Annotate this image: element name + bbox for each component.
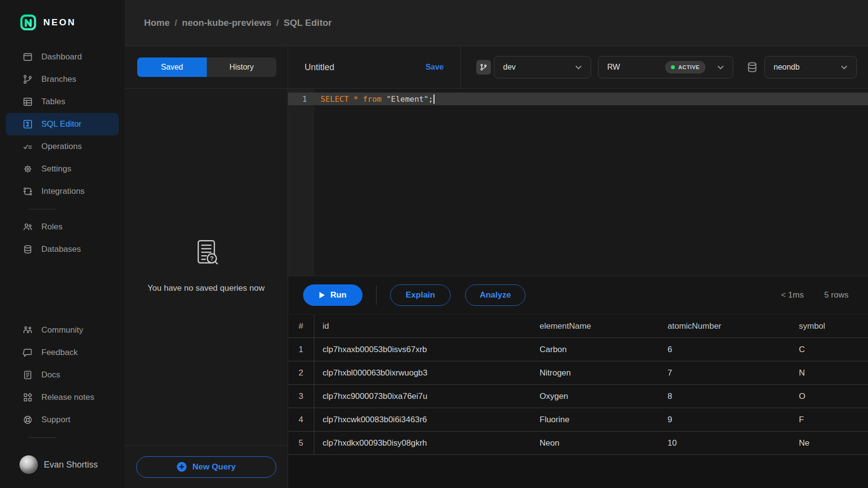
sidebar-item-roles[interactable]: Roles	[6, 216, 119, 238]
databases-icon	[22, 244, 33, 255]
explain-button[interactable]: Explain	[390, 284, 451, 306]
sidebar-item-release-notes[interactable]: Release notes	[6, 386, 119, 409]
avatar	[19, 455, 38, 474]
cell-id: clp7hxcwk00083b0i6i3463r6	[314, 408, 531, 431]
compute-select[interactable]: RW ACTIVE	[598, 56, 733, 78]
status-badge-label: ACTIVE	[678, 64, 700, 70]
sidebar-item-feedback[interactable]: Feedback	[6, 341, 119, 364]
cell-atomic-number: 7	[659, 361, 791, 384]
cell-symbol: C	[791, 338, 868, 361]
row-index: 1	[288, 338, 314, 361]
sidebar-item-label: Docs	[41, 370, 60, 380]
status-badge: ACTIVE	[665, 61, 705, 74]
user-menu[interactable]: Evan Shortiss	[0, 451, 125, 478]
sidebar-item-branches[interactable]: Branches	[6, 68, 119, 91]
empty-state-text: You have no saved queries now	[147, 283, 264, 293]
sidebar-item-label: Feedback	[41, 348, 78, 357]
app-window: NEON Dashboard Branches Tables	[0, 0, 868, 488]
table-row: 5 clp7hxdkx00093b0isy08gkrh Neon 10 Ne	[288, 432, 868, 455]
column-header: #	[288, 315, 314, 338]
sidebar-item-tables[interactable]: Tables	[6, 91, 119, 113]
branch-select-value: dev	[503, 63, 516, 72]
new-query-button[interactable]: New Query	[136, 456, 276, 478]
query-duration: < 1ms	[781, 290, 804, 300]
sidebar-item-support[interactable]: Support	[6, 409, 119, 431]
results-panel: # id elementName atomicNumber symbol 1 c…	[288, 314, 868, 488]
actions-divider	[376, 285, 377, 305]
sidebar-item-label: Support	[41, 415, 71, 425]
main-area: Home / neon-kube-previews / SQL Editor S…	[125, 0, 868, 488]
cell-id: clp7hxaxb00053b0isvs67xrb	[314, 338, 531, 361]
sidebar-item-label: Branches	[41, 75, 76, 84]
release-notes-icon	[22, 392, 33, 403]
roles-icon	[22, 222, 33, 232]
brand-wordmark: NEON	[43, 17, 76, 28]
results-header-row: # id elementName atomicNumber symbol	[288, 315, 868, 338]
query-meta: < 1ms 5 rows	[781, 290, 849, 300]
editor-toolbar: Untitled Save dev	[288, 46, 868, 89]
neon-logo-icon	[19, 14, 37, 31]
sidebar-item-docs[interactable]: Docs	[6, 364, 119, 386]
column-header: elementName	[531, 315, 659, 338]
sidebar-item-label: Settings	[41, 164, 71, 174]
run-button[interactable]: Run	[303, 284, 362, 306]
breadcrumb-project[interactable]: neon-kube-previews	[182, 18, 271, 28]
cell-symbol: O	[791, 385, 868, 408]
cell-element-name: Nitrogen	[531, 361, 659, 384]
sql-editor-area[interactable]: 1 SELECT * from "Element";	[288, 89, 868, 276]
branch-select[interactable]: dev	[494, 56, 591, 78]
sidebar-item-settings[interactable]: Settings	[6, 158, 119, 180]
svg-text:?: ?	[210, 255, 214, 262]
sidebar-item-sql-editor[interactable]: SQL Editor	[6, 113, 119, 135]
neon-logo[interactable]: NEON	[0, 0, 125, 32]
analyze-button[interactable]: Analyze	[465, 284, 525, 306]
operations-icon	[22, 141, 33, 152]
sidebar-item-label: Roles	[41, 222, 62, 232]
saved-history-tabs: Saved History	[137, 57, 276, 77]
query-row-count: 5 rows	[824, 290, 849, 300]
sidebar-divider	[28, 209, 56, 209]
sidebar-item-databases[interactable]: Databases	[6, 238, 119, 261]
sidebar-item-label: Tables	[41, 97, 65, 107]
support-icon	[22, 414, 33, 425]
cell-symbol: F	[791, 408, 868, 431]
tab-saved[interactable]: Saved	[137, 57, 207, 77]
feedback-icon	[22, 347, 33, 358]
sidebar-item-dashboard[interactable]: Dashboard	[6, 46, 119, 68]
editor-gutter	[288, 89, 314, 276]
query-actions-bar: Run Explain Analyze < 1ms 5 rows	[288, 276, 868, 314]
save-query-link[interactable]: Save	[426, 63, 444, 72]
sidebar-item-operations[interactable]: Operations	[6, 135, 119, 158]
breadcrumb-home[interactable]: Home	[144, 18, 170, 28]
chevron-down-icon	[575, 65, 582, 70]
database-select[interactable]: neondb	[764, 56, 857, 78]
community-icon	[22, 325, 33, 336]
table-row: 2 clp7hxbl000063b0ixrwuogb3 Nitrogen 7 N	[288, 361, 868, 385]
sidebar-item-label: Databases	[41, 244, 81, 254]
sidebar-item-label: Release notes	[41, 393, 94, 402]
sidebar-item-community[interactable]: Community	[6, 319, 119, 341]
query-title-section: Untitled Save	[288, 46, 461, 88]
tab-history[interactable]: History	[207, 57, 276, 77]
sidebar-item-integrations[interactable]: Integrations	[6, 180, 119, 203]
sidebar-nav-primary: Dashboard Branches Tables SQL Editor	[0, 46, 125, 261]
new-query-label: New Query	[193, 462, 236, 472]
cell-element-name: Fluorine	[531, 408, 659, 431]
saved-empty-state: ? You have no saved queries now	[125, 239, 288, 293]
breadcrumb-separator: /	[276, 18, 279, 28]
table-row: 3 clp7hxc9000073b0ixa76ei7u Oxygen 8 O	[288, 385, 868, 408]
breadcrumb-current: SQL Editor	[284, 18, 332, 28]
text-cursor	[434, 94, 434, 104]
database-icon	[746, 60, 759, 74]
sidebar: NEON Dashboard Branches Tables	[0, 0, 125, 488]
editor-context-controls: dev RW ACTIVE	[461, 46, 868, 88]
content: Saved History	[125, 46, 868, 488]
chevron-down-icon	[841, 65, 848, 70]
saved-queries-panel: Saved History	[125, 46, 288, 488]
code-line-1[interactable]: 1 SELECT * from "Element";	[288, 93, 868, 105]
sidebar-nav-bottom: Community Feedback Docs Release notes	[0, 319, 125, 444]
query-title: Untitled	[305, 62, 426, 73]
chevron-down-icon	[717, 65, 724, 70]
cell-symbol: Ne	[791, 432, 868, 454]
column-header: symbol	[791, 315, 868, 338]
